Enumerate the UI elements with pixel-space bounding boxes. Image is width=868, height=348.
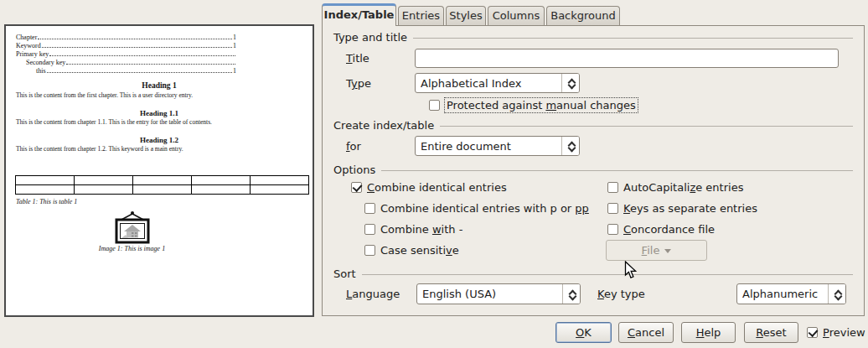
tab-label: Background <box>550 9 616 22</box>
toc-entry-page: 1 <box>233 34 236 42</box>
title-input[interactable] <box>415 49 839 68</box>
doc-paragraph: This is the content from the first chapt… <box>16 91 307 100</box>
group-type-and-title: Type and title <box>333 30 853 44</box>
file-button-label: File <box>642 241 660 260</box>
combine-with-pp-checkbox[interactable] <box>364 203 375 214</box>
key-type-select[interactable]: Alphanumeric <box>736 283 846 304</box>
table-row <box>16 176 309 185</box>
checkbox-label: Combine identical entries <box>367 181 507 194</box>
autocapitalize-row[interactable]: AutoCapitalize entries <box>607 180 743 194</box>
toc-entry: Primary key <box>16 50 236 59</box>
group-label: Create index/table <box>333 119 434 132</box>
language-select[interactable]: English (USA) <box>416 283 581 304</box>
cancel-button-label: Cancel <box>628 326 664 339</box>
group-sort: Sort <box>333 267 853 280</box>
tab-columns[interactable]: Columns <box>488 6 545 25</box>
autocapitalize-checkbox[interactable] <box>607 182 618 193</box>
spinner-updown-icon[interactable] <box>828 284 845 304</box>
keys-separate-entries-row[interactable]: Keys as separate entries <box>607 201 757 215</box>
framed-picture-icon <box>112 210 152 244</box>
group-label: Sort <box>333 267 356 280</box>
for-select[interactable]: Entire document <box>415 136 580 156</box>
protected-checkbox[interactable] <box>429 100 440 111</box>
protected-checkbox-row[interactable]: Protected against manual changes <box>429 98 638 112</box>
tab-entries[interactable]: Entries <box>398 6 444 25</box>
dot-leader <box>38 39 232 39</box>
case-sensitive-checkbox[interactable] <box>364 245 375 256</box>
tab-background[interactable]: Background <box>546 6 620 25</box>
key-type-select-value: Alphanumeric <box>737 288 828 300</box>
spinner-updown-icon[interactable] <box>562 284 580 304</box>
toc-entry: this 1 <box>16 67 236 75</box>
dot-leader <box>49 55 235 56</box>
language-select-value: English (USA) <box>417 288 562 300</box>
tab-label: Columns <box>493 9 540 22</box>
tab-index-table[interactable]: Index/Table <box>322 3 396 26</box>
doc-paragraph: This is the content from chapter 1.1. Th… <box>16 118 307 127</box>
toc-entry: Secondary key <box>16 59 236 67</box>
checkbox-label: Case sensitive <box>380 244 459 257</box>
combine-identical-entries-checkbox[interactable] <box>351 182 362 193</box>
checkbox-label: Concordance file <box>623 223 715 236</box>
group-label: Options <box>333 164 375 176</box>
combine-with-dash-row[interactable]: Combine with - <box>364 222 462 236</box>
preview-checkbox[interactable] <box>807 327 818 338</box>
image-caption: Image 1: This is image 1 <box>92 245 172 252</box>
doc-heading-1-1: Heading 1.1 <box>6 109 313 117</box>
group-divider <box>413 38 853 39</box>
checkbox-label: AutoCapitalize entries <box>623 181 743 194</box>
type-label: Type <box>346 74 371 94</box>
spinner-updown-icon[interactable] <box>561 74 579 92</box>
spinner-updown-icon[interactable] <box>561 137 579 155</box>
ok-button-label: OK <box>576 326 592 339</box>
type-select[interactable]: Alphabetical Index <box>415 73 580 93</box>
title-label: Title <box>346 49 369 68</box>
protected-checkbox-label: Protected against manual changes <box>445 98 638 112</box>
group-divider <box>362 274 853 275</box>
tab-label: Index/Table <box>324 8 395 21</box>
preview-checkbox-label: Preview <box>823 326 865 339</box>
for-select-value: Entire document <box>416 140 561 153</box>
file-button[interactable]: File <box>606 240 707 261</box>
doc-image: Image 1: This is image 1 <box>92 210 172 252</box>
key-type-label: Key type <box>597 284 645 304</box>
dot-leader <box>42 47 232 48</box>
tab-styles[interactable]: Styles <box>446 6 486 25</box>
tab-label: Entries <box>402 9 440 22</box>
group-options: Options <box>333 163 853 176</box>
doc-heading-1: Heading 1 <box>6 81 313 91</box>
concordance-file-checkbox[interactable] <box>607 224 618 235</box>
doc-heading-1-2: Heading 1.2 <box>6 136 313 144</box>
type-select-value: Alphabetical Index <box>416 77 561 90</box>
dot-leader <box>66 64 235 65</box>
mouse-cursor-icon <box>624 261 638 283</box>
keys-separate-entries-checkbox[interactable] <box>607 203 618 214</box>
toc-entry-label: Secondary key <box>26 59 65 67</box>
toc-entry-label: Keyword <box>16 42 41 50</box>
combine-identical-entries-row[interactable]: Combine identical entries <box>351 180 507 194</box>
preview-index-list: Chapter 1 Keyword 1 Primary key Secondar… <box>16 34 236 75</box>
reset-button-label: Reset <box>756 326 786 339</box>
reset-button[interactable]: Reset <box>744 322 798 343</box>
dot-leader <box>47 72 232 73</box>
ok-button[interactable]: OK <box>555 322 612 343</box>
tab-label: Styles <box>449 9 482 22</box>
combine-with-dash-checkbox[interactable] <box>364 224 375 235</box>
language-label: Language <box>346 284 400 304</box>
toc-entry-page: 1 <box>233 67 236 75</box>
checkbox-label: Combine with - <box>380 223 462 236</box>
cancel-button[interactable]: Cancel <box>618 322 674 343</box>
case-sensitive-row[interactable]: Case sensitive <box>364 243 459 257</box>
group-divider <box>381 170 853 171</box>
checkbox-label: Keys as separate entries <box>623 202 757 215</box>
help-button[interactable]: Help <box>681 322 736 343</box>
toc-entry-label: Primary key <box>16 50 49 59</box>
group-label: Type and title <box>333 31 407 44</box>
table-row <box>16 185 309 195</box>
concordance-file-row[interactable]: Concordance file <box>607 222 715 236</box>
preview-checkbox-row[interactable]: Preview <box>807 325 865 339</box>
for-label: for <box>346 137 361 157</box>
toc-entry-label: Chapter <box>16 34 37 42</box>
toc-entry-page: 1 <box>233 42 236 50</box>
combine-with-pp-row[interactable]: Combine identical entries with p or pp <box>364 201 589 215</box>
